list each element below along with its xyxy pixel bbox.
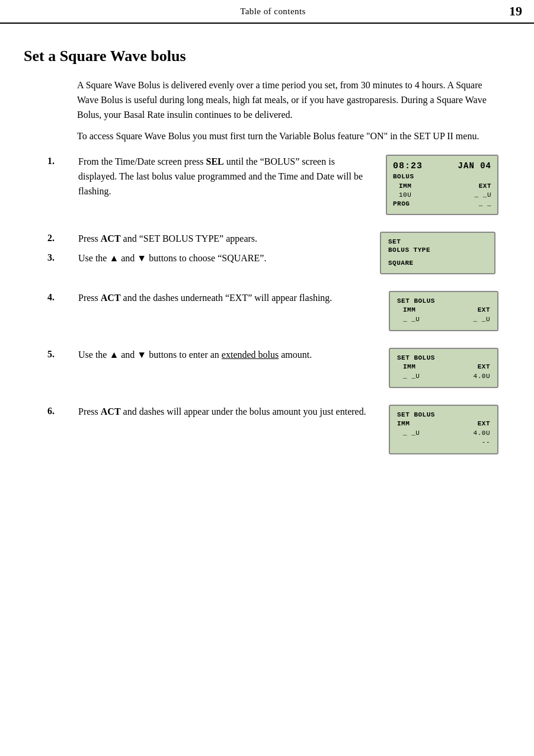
step-4-screen: SET BOLUS IMM EXT _ _U _ _U xyxy=(389,291,498,331)
step-1-sel: SEL xyxy=(206,156,224,166)
lcd-screen-6: SET BOLUS IMM EXT _ _U 4.0U -- xyxy=(389,405,498,454)
lcd-5-row1: SET BOLUS xyxy=(397,354,490,363)
lcd-6-row1: SET BOLUS xyxy=(397,411,490,419)
step-3-number: 3. xyxy=(47,251,78,266)
step-4-text: Press ACT and the dashes underneath “EXT… xyxy=(78,291,383,306)
lcd-6-row3: _ _U 4.0U xyxy=(397,429,490,438)
steps-container: 1. From the Time/Date screen press SEL u… xyxy=(47,155,498,454)
lcd-4-row2: IMM EXT xyxy=(397,306,490,315)
step-2: 2. Press ACT and “SET BOLUS TYPE” appear… xyxy=(47,232,368,246)
lcd-screen-1: 08:23 JAN 04 BOLUS IMM EXT 10U _ _U xyxy=(386,155,498,215)
step-6-number: 6. xyxy=(47,405,78,417)
lcd-square-label: SQUARE xyxy=(388,259,487,267)
step-2-act: ACT xyxy=(101,233,121,244)
lcd-dashes-u: _ _U xyxy=(475,191,491,200)
step-4-act: ACT xyxy=(101,293,121,303)
lcd-date: JAN 04 xyxy=(458,161,491,172)
lcd-screen-5: SET BOLUS IMM EXT _ _U 4.0U xyxy=(389,348,498,388)
section-title: Set a Square Wave bolus xyxy=(24,47,510,65)
lcd-10u: 10U xyxy=(393,191,411,200)
lcd-bolus-type-label: BOLUS TYPE xyxy=(388,246,487,254)
lcd-prog-value: _ _ xyxy=(479,200,491,209)
step-2-text: Press ACT and “SET BOLUS TYPE” appears. xyxy=(78,232,368,246)
lcd-bolus-label: BOLUS xyxy=(393,172,414,181)
step-5-screen: SET BOLUS IMM EXT _ _U 4.0U xyxy=(389,348,498,388)
step-5-number: 5. xyxy=(47,348,78,360)
step-5: 5. Use the ▲ and ▼ buttons to enter an e… xyxy=(47,348,498,388)
steps-2-3-screen: SET BOLUS TYPE SQUARE xyxy=(380,232,498,274)
page-content: Set a Square Wave bolus A Square Wave Bo… xyxy=(0,24,534,489)
lcd-5-row2: IMM EXT xyxy=(397,363,490,371)
step-6-screen: SET BOLUS IMM EXT _ _U 4.0U -- xyxy=(389,405,498,454)
step-1-text: From the Time/Date screen press SEL unti… xyxy=(78,155,380,198)
lcd-6-row4: -- xyxy=(397,438,490,447)
lcd-row-10u: 10U _ _U xyxy=(393,191,491,200)
lcd-screen-4: SET BOLUS IMM EXT _ _U _ _U xyxy=(389,291,498,331)
lcd-spacer xyxy=(388,254,487,259)
lcd-4-row1: SET BOLUS xyxy=(397,297,490,306)
step-5-text: Use the ▲ and ▼ buttons to enter an exte… xyxy=(78,348,383,363)
lcd-prog-label: PROG xyxy=(393,200,410,209)
step-6-act: ACT xyxy=(101,406,121,417)
step-3-text: Use the ▲ and ▼ buttons to choose “SQUAR… xyxy=(78,251,368,266)
steps-2-3: 2. Press ACT and “SET BOLUS TYPE” appear… xyxy=(47,232,498,274)
intro-block: A Square Wave Bolus is delivered evenly … xyxy=(77,78,498,144)
lcd-row-prog: PROG _ _ xyxy=(393,200,491,209)
lcd-row-bolus: BOLUS xyxy=(393,172,491,181)
step-5-underline: extended bolus xyxy=(222,350,279,360)
step-1: 1. From the Time/Date screen press SEL u… xyxy=(47,155,498,215)
lcd-row-imm-ext: IMM EXT xyxy=(393,182,491,191)
lcd-5-row3: _ _U 4.0U xyxy=(397,372,490,381)
page-number: 19 xyxy=(498,4,522,19)
header-title: Table of contents xyxy=(12,7,498,17)
step-3: 3. Use the ▲ and ▼ buttons to choose “SQ… xyxy=(47,251,368,266)
step-6-text: Press ACT and dashes will appear under t… xyxy=(78,405,383,419)
lcd-time: 08:23 xyxy=(393,160,423,172)
step-2-number: 2. xyxy=(47,232,78,246)
lcd-4-row3: _ _U _ _U xyxy=(397,315,490,324)
lcd-row-time: 08:23 JAN 04 xyxy=(393,160,491,172)
steps-2-3-text: 2. Press ACT and “SET BOLUS TYPE” appear… xyxy=(47,232,380,271)
step-1-number: 1. xyxy=(47,155,78,166)
step-6: 6. Press ACT and dashes will appear unde… xyxy=(47,405,498,454)
intro-para1: A Square Wave Bolus is delivered evenly … xyxy=(77,78,498,122)
step-4-number: 4. xyxy=(47,291,78,303)
page-header: Table of contents 19 xyxy=(0,0,534,24)
lcd-imm-label: IMM xyxy=(393,182,411,191)
lcd-ext-label: EXT xyxy=(479,182,491,191)
lcd-set-label: SET xyxy=(388,238,487,246)
intro-para2: To access Square Wave Bolus you must fir… xyxy=(77,129,498,144)
step-1-screen: 08:23 JAN 04 BOLUS IMM EXT 10U _ _U xyxy=(386,155,498,215)
lcd-6-row2: IMM EXT xyxy=(397,419,490,428)
lcd-screen-2-3: SET BOLUS TYPE SQUARE xyxy=(380,232,495,274)
step-4: 4. Press ACT and the dashes underneath “… xyxy=(47,291,498,331)
